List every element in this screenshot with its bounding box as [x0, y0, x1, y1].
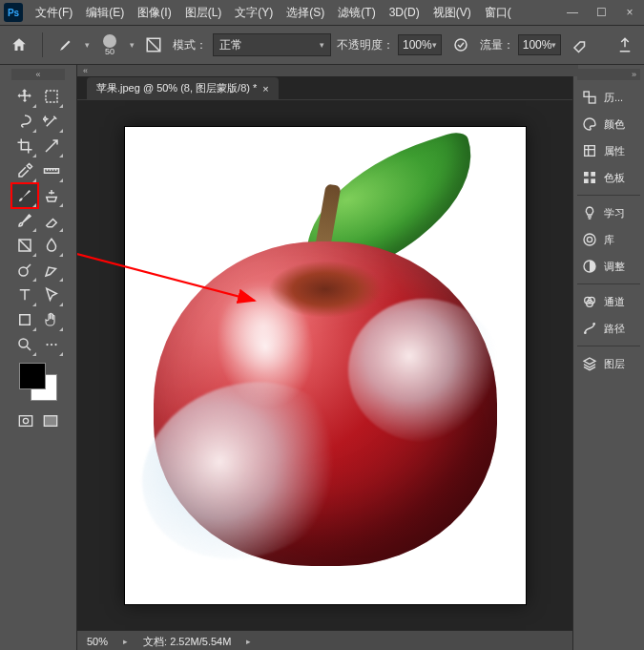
panel-history[interactable]: 历...: [577, 84, 640, 111]
ellipsis-icon[interactable]: [38, 332, 65, 357]
canvas-viewport[interactable]: [77, 100, 572, 630]
panel-swatches[interactable]: 色板: [577, 164, 640, 191]
document-tab-title: 苹果.jpeg @ 50% (8, 图层蒙版/8) *: [96, 81, 257, 95]
rect-marquee-icon[interactable]: [38, 84, 65, 109]
menu-item-select[interactable]: 选择(S): [280, 1, 331, 25]
flow-input[interactable]: 100% ▾: [518, 34, 562, 55]
shape-icon[interactable]: [11, 307, 38, 332]
history-icon: [581, 89, 598, 106]
cc-libraries-icon: [581, 231, 598, 248]
type-icon[interactable]: [11, 283, 38, 307]
gradient-icon[interactable]: [11, 233, 38, 258]
brush-panel-icon[interactable]: [140, 31, 167, 58]
eraser-icon[interactable]: [38, 208, 65, 233]
chevron-right-icon[interactable]: ▸: [123, 637, 128, 646]
pen-icon[interactable]: [38, 258, 65, 283]
panel-paths[interactable]: 路径: [577, 315, 640, 342]
pressure-opacity-icon[interactable]: [447, 31, 474, 58]
document-tab-bar: 苹果.jpeg @ 50% (8, 图层蒙版/8) * ×: [77, 76, 572, 100]
panel-channels[interactable]: 通道: [577, 288, 640, 315]
panel-collapse-button[interactable]: »: [577, 69, 640, 80]
svg-point-8: [19, 339, 28, 347]
dodge-icon[interactable]: [11, 258, 38, 283]
canvas: [125, 127, 526, 604]
menu-item-image[interactable]: 图像(I): [131, 1, 177, 25]
chevron-right-icon[interactable]: ▸: [246, 637, 251, 646]
window-maximize-button[interactable]: ☐: [587, 0, 615, 25]
history-brush-icon[interactable]: [11, 208, 38, 233]
panel-label: 调整: [604, 260, 625, 274]
home-icon[interactable]: [6, 31, 32, 58]
document-tab[interactable]: 苹果.jpeg @ 50% (8, 图层蒙版/8) * ×: [87, 77, 279, 99]
color-swatches[interactable]: [19, 363, 57, 401]
menu-item-file[interactable]: 文件(F): [29, 1, 79, 25]
svg-rect-20: [585, 146, 595, 157]
svg-point-13: [23, 418, 28, 423]
options-bar: ▾ 50 ▾ 模式： 正常 ▾ 不透明度： 100% ▾ 流量： 100% ▾: [0, 26, 644, 65]
menu-item-filter[interactable]: 滤镜(T): [331, 1, 382, 25]
panel-label: 属性: [604, 144, 625, 158]
chevron-down-icon[interactable]: ▾: [130, 40, 135, 50]
svg-rect-21: [584, 172, 589, 177]
quickmask-mode-icon[interactable]: [39, 410, 62, 431]
brush-preview-dot: [103, 34, 116, 48]
zoom-icon[interactable]: [11, 332, 38, 357]
tools-panel: «: [0, 65, 77, 650]
blend-mode-select[interactable]: 正常 ▾: [213, 33, 331, 56]
share-icon[interactable]: [612, 31, 638, 58]
panel-layers[interactable]: 图层: [577, 350, 640, 377]
menu-bar: Ps 文件(F) 编辑(E) 图像(I) 图层(L) 文字(Y) 选择(S) 滤…: [0, 0, 644, 26]
zoom-level[interactable]: 50%: [87, 636, 108, 647]
lasso-icon[interactable]: [11, 109, 38, 134]
menu-item-layer[interactable]: 图层(L): [178, 1, 229, 25]
chevron-down-icon: ▾: [320, 40, 324, 50]
ruler-icon[interactable]: [38, 158, 65, 183]
panel-libraries[interactable]: 库: [577, 226, 640, 253]
menu-item-type[interactable]: 文字(Y): [228, 1, 280, 25]
docarea-collapse-button[interactable]: «: [77, 65, 578, 76]
panel-label: 历...: [604, 91, 623, 105]
opacity-input[interactable]: 100% ▾: [398, 34, 442, 55]
foreground-swatch[interactable]: [19, 363, 46, 389]
panel-properties[interactable]: 属性: [577, 137, 640, 164]
svg-rect-18: [584, 92, 589, 96]
divider: [577, 195, 640, 196]
divider: [42, 32, 43, 57]
brush-preview[interactable]: 50: [95, 31, 124, 59]
clone-stamp-icon[interactable]: [38, 183, 65, 208]
adjustments-icon: [581, 258, 598, 275]
menu-item-3d[interactable]: 3D(D): [383, 2, 426, 23]
slice-icon[interactable]: [38, 134, 65, 158]
panel-adjustments[interactable]: 调整: [577, 253, 640, 280]
hand-icon[interactable]: [38, 307, 65, 332]
window-minimize-button[interactable]: —: [558, 0, 587, 25]
panel-learn[interactable]: 学习: [577, 199, 640, 226]
brush-icon[interactable]: [11, 183, 38, 208]
svg-rect-7: [20, 315, 31, 325]
chevron-down-icon[interactable]: ▾: [85, 40, 90, 50]
tools-collapse-button[interactable]: «: [11, 69, 65, 80]
menu-item-edit[interactable]: 编辑(E): [79, 1, 131, 25]
blend-mode-label: 模式：: [173, 37, 207, 53]
eyedropper-icon[interactable]: [11, 158, 38, 183]
menu-item-window[interactable]: 窗口(: [478, 1, 518, 25]
paths-icon: [581, 320, 598, 337]
magic-wand-icon[interactable]: [38, 109, 65, 134]
move-icon[interactable]: [11, 84, 38, 109]
palette-icon: [581, 115, 598, 133]
close-icon[interactable]: ×: [262, 83, 268, 94]
panel-label: 库: [604, 233, 614, 247]
tool-preset-icon[interactable]: [52, 31, 79, 58]
doc-info-label: 文档:: [143, 636, 167, 647]
svg-rect-2: [46, 91, 57, 102]
crop-icon[interactable]: [11, 134, 38, 158]
menu-item-view[interactable]: 视图(V): [426, 1, 478, 25]
standard-mode-icon[interactable]: [14, 410, 37, 431]
window-close-button[interactable]: ×: [615, 0, 644, 25]
panel-label: 通道: [604, 295, 625, 309]
panel-color[interactable]: 颜色: [577, 111, 640, 137]
airbrush-icon[interactable]: [567, 31, 593, 58]
panel-label: 色板: [604, 171, 625, 185]
blur-icon[interactable]: [38, 233, 65, 258]
path-select-icon[interactable]: [38, 283, 65, 307]
